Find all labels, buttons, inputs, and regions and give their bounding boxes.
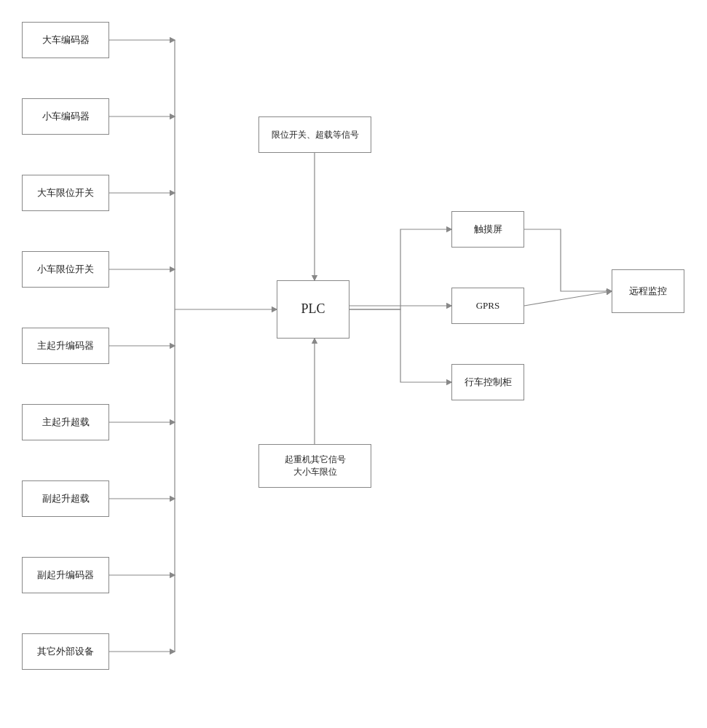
zhujisheng-encoder-box: 主起升编码器 — [22, 328, 109, 364]
xiaoche-limit-box: 小车限位开关 — [22, 251, 109, 288]
diagram: 大车编码器 小车编码器 大车限位开关 小车限位开关 主起升编码器 主起升超载 副… — [0, 0, 707, 728]
fujisheng-overload-box: 副起升超载 — [22, 480, 109, 517]
zhujisheng-overload-box: 主起升超载 — [22, 404, 109, 440]
remote-monitor-box: 远程监控 — [612, 269, 684, 313]
other-external-box: 其它外部设备 — [22, 633, 109, 670]
dache-encoder-box: 大车编码器 — [22, 22, 109, 58]
other-crane-signal-box: 起重机其它信号 大小车限位 — [258, 444, 371, 488]
fujisheng-encoder-box: 副起升编码器 — [22, 557, 109, 593]
dache-limit-box: 大车限位开关 — [22, 175, 109, 211]
travel-control-box: 行车控制柜 — [451, 364, 524, 400]
xiaoche-encoder-box: 小车编码器 — [22, 98, 109, 135]
limit-signal-box: 限位开关、超载等信号 — [258, 116, 371, 153]
plc-box: PLC — [277, 280, 349, 339]
touchscreen-box: 触摸屏 — [451, 211, 524, 248]
gprs-box: GPRS — [451, 288, 524, 324]
svg-line-15 — [524, 291, 612, 306]
